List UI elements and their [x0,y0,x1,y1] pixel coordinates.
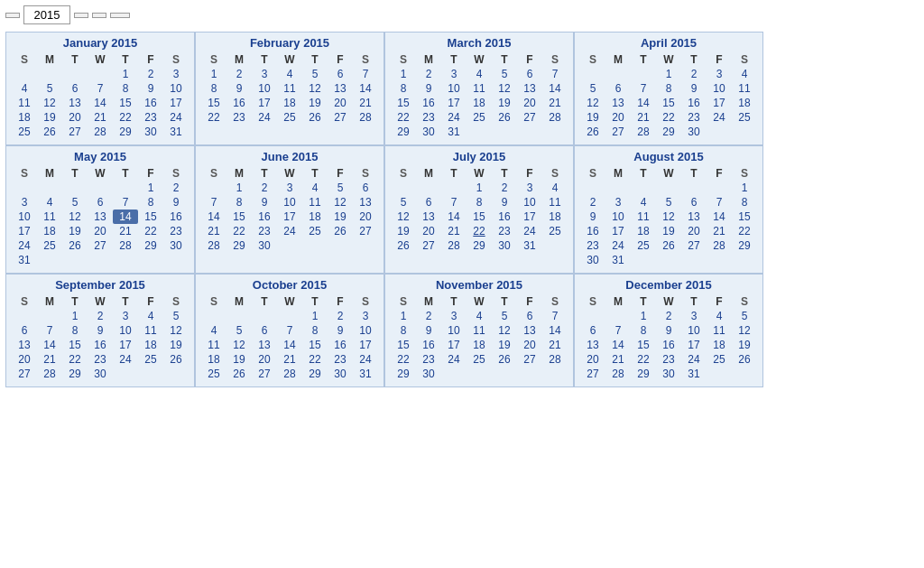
day-cell[interactable]: 5 [492,309,517,323]
day-cell[interactable]: 3 [163,67,189,81]
day-cell[interactable]: 11 [467,81,492,96]
day-cell[interactable]: 11 [138,323,163,338]
day-cell[interactable]: 19 [302,96,328,110]
day-cell[interactable]: 29 [138,238,163,253]
day-cell[interactable]: 30 [328,367,353,381]
day-cell[interactable]: 1 [138,181,163,195]
day-cell[interactable]: 11 [277,81,302,96]
day-cell[interactable]: 15 [391,338,416,352]
day-cell[interactable]: 19 [492,96,517,110]
day-cell[interactable]: 22 [113,110,138,125]
day-cell[interactable]: 20 [580,352,605,367]
day-cell[interactable]: 14 [441,210,467,224]
day-cell[interactable]: 26 [391,238,416,253]
day-cell[interactable]: 3 [353,309,378,323]
day-cell[interactable]: 7 [37,323,62,338]
day-cell[interactable]: 17 [605,224,631,238]
day-cell[interactable]: 3 [277,181,302,195]
day-cell[interactable]: 2 [416,309,441,323]
day-cell[interactable]: 27 [353,224,378,238]
day-cell[interactable]: 1 [656,67,681,81]
day-cell[interactable]: 22 [138,224,163,238]
day-cell[interactable]: 26 [302,110,328,125]
day-cell[interactable]: 6 [88,195,113,210]
day-cell[interactable]: 22 [732,224,757,238]
day-cell[interactable]: 11 [732,81,757,96]
day-cell[interactable]: 10 [441,323,467,338]
day-cell[interactable]: 11 [201,338,226,352]
day-cell[interactable]: 30 [252,238,277,253]
day-cell[interactable]: 19 [391,224,416,238]
day-cell[interactable]: 26 [656,238,681,253]
day-cell[interactable]: 13 [88,210,113,224]
day-cell[interactable]: 29 [391,367,416,381]
day-cell[interactable]: 22 [201,110,226,125]
day-cell[interactable]: 20 [517,338,542,352]
day-cell[interactable]: 18 [467,96,492,110]
day-cell[interactable]: 1 [631,309,656,323]
day-cell[interactable]: 17 [113,338,138,352]
day-cell[interactable]: 17 [353,338,378,352]
day-cell[interactable]: 1 [391,67,416,81]
day-cell[interactable]: 19 [656,224,681,238]
day-cell[interactable]: 9 [681,81,707,96]
day-cell[interactable]: 16 [163,210,189,224]
day-cell[interactable]: 14 [37,338,62,352]
day-cell[interactable]: 6 [328,67,353,81]
day-cell[interactable]: 3 [113,309,138,323]
day-cell[interactable]: 28 [441,238,467,253]
day-cell[interactable]: 3 [605,195,631,210]
day-cell[interactable]: 8 [201,81,226,96]
day-cell[interactable]: 11 [302,195,328,210]
day-cell[interactable]: 26 [732,352,757,367]
day-cell[interactable]: 25 [12,125,37,139]
day-cell[interactable]: 23 [416,352,441,367]
day-cell[interactable]: 15 [201,96,226,110]
day-cell[interactable]: 7 [631,81,656,96]
day-cell[interactable]: 17 [441,96,467,110]
day-cell[interactable]: 27 [416,238,441,253]
day-cell[interactable]: 12 [732,323,757,338]
day-cell[interactable]: 17 [12,224,37,238]
day-cell[interactable]: 2 [163,181,189,195]
day-cell[interactable]: 26 [328,224,353,238]
day-cell[interactable]: 1 [391,309,416,323]
day-cell[interactable]: 7 [542,309,568,323]
day-cell[interactable]: 20 [12,352,37,367]
day-cell[interactable]: 23 [252,224,277,238]
day-cell[interactable]: 20 [416,224,441,238]
day-cell[interactable]: 3 [252,67,277,81]
day-cell[interactable]: 20 [88,224,113,238]
day-cell[interactable]: 5 [163,309,189,323]
day-cell[interactable]: 26 [163,352,189,367]
day-cell[interactable]: 6 [681,195,707,210]
day-cell[interactable]: 28 [353,110,378,125]
day-cell[interactable]: 18 [302,210,328,224]
day-cell[interactable]: 4 [302,181,328,195]
day-cell[interactable]: 8 [656,81,681,96]
day-cell[interactable]: 12 [492,81,517,96]
day-cell[interactable]: 24 [163,110,189,125]
day-cell[interactable]: 22 [391,352,416,367]
day-cell[interactable]: 27 [681,238,707,253]
day-cell[interactable]: 18 [201,352,226,367]
day-cell[interactable]: 27 [252,367,277,381]
day-cell[interactable]: 12 [163,323,189,338]
day-cell[interactable]: 10 [681,323,707,338]
day-cell[interactable]: 30 [416,125,441,139]
day-cell[interactable]: 4 [732,67,757,81]
day-cell[interactable]: 24 [605,238,631,253]
day-cell[interactable]: 28 [88,125,113,139]
day-cell[interactable]: 20 [517,96,542,110]
day-cell[interactable]: 27 [328,110,353,125]
day-cell[interactable]: 26 [492,352,517,367]
day-cell[interactable]: 15 [656,96,681,110]
day-cell[interactable]: 7 [542,67,568,81]
day-cell[interactable]: 2 [88,309,113,323]
day-cell[interactable]: 29 [62,367,88,381]
day-cell[interactable]: 12 [580,96,605,110]
day-cell[interactable]: 16 [88,338,113,352]
day-cell[interactable]: 7 [88,81,113,96]
day-cell[interactable]: 17 [163,96,189,110]
day-cell[interactable]: 15 [138,210,163,224]
